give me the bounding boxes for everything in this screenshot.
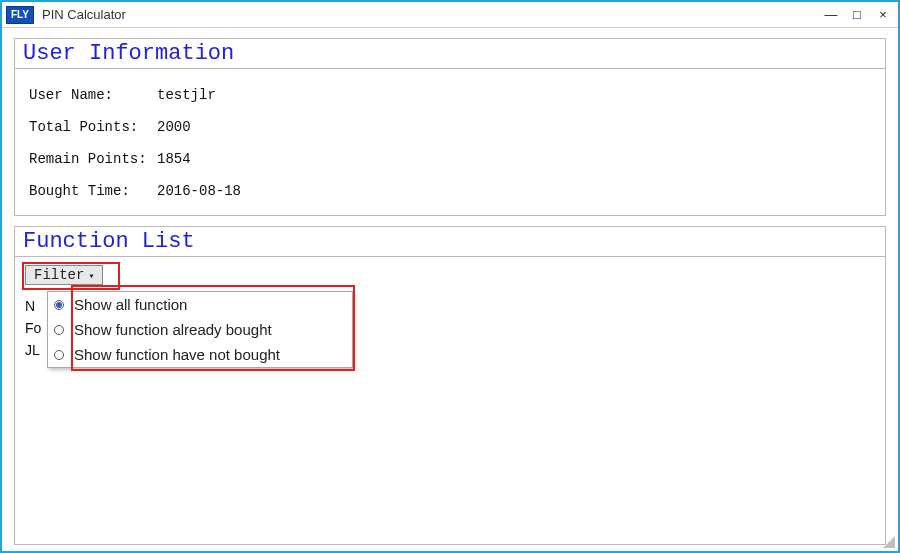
resize-grip-icon[interactable] xyxy=(881,534,895,548)
function-list-header: Function List xyxy=(15,227,885,257)
maximize-button[interactable]: □ xyxy=(846,6,868,24)
filter-button[interactable]: Filter ▾ xyxy=(25,265,103,285)
total-points-row: Total Points: 2000 xyxy=(29,111,871,143)
radio-icon xyxy=(54,325,64,335)
bought-time-label: Bought Time: xyxy=(29,183,157,199)
filter-option-label: Show function have not bought xyxy=(74,346,280,363)
user-name-row: User Name: testjlr xyxy=(29,79,871,111)
filter-button-label: Filter xyxy=(34,267,84,283)
user-information-body: User Name: testjlr Total Points: 2000 Re… xyxy=(15,69,885,215)
filter-option-label: Show all function xyxy=(74,296,187,313)
filter-dropdown: Show all function Show function already … xyxy=(47,291,353,368)
user-information-group: User Information User Name: testjlr Tota… xyxy=(14,38,886,216)
filter-option-label: Show function already bought xyxy=(74,321,272,338)
close-button[interactable]: × xyxy=(872,6,894,24)
window-title: PIN Calculator xyxy=(42,7,816,22)
app-logo-icon: FLY xyxy=(6,6,34,24)
total-points-label: Total Points: xyxy=(29,119,157,135)
app-window: FLY PIN Calculator — □ × User Informatio… xyxy=(0,0,900,553)
remain-points-row: Remain Points: 1854 xyxy=(29,143,871,175)
radio-icon xyxy=(54,350,64,360)
function-list-group: Function List Filter ▾ N Fo JL Show all … xyxy=(14,226,886,545)
client-area: User Information User Name: testjlr Tota… xyxy=(2,28,898,551)
titlebar: FLY PIN Calculator — □ × xyxy=(2,2,898,28)
chevron-down-icon: ▾ xyxy=(88,270,94,282)
minimize-button[interactable]: — xyxy=(820,6,842,24)
remain-points-value: 1854 xyxy=(157,151,191,167)
bought-time-value: 2016-08-18 xyxy=(157,183,241,199)
remain-points-label: Remain Points: xyxy=(29,151,157,167)
filter-option-show-all[interactable]: Show all function xyxy=(48,292,352,317)
filter-option-already-bought[interactable]: Show function already bought xyxy=(48,317,352,342)
filter-option-not-bought[interactable]: Show function have not bought xyxy=(48,342,352,367)
function-list-body: Filter ▾ N Fo JL Show all function xyxy=(15,257,885,457)
bought-time-row: Bought Time: 2016-08-18 xyxy=(29,175,871,207)
radio-icon xyxy=(54,300,64,310)
total-points-value: 2000 xyxy=(157,119,191,135)
user-information-header: User Information xyxy=(15,39,885,69)
user-name-label: User Name: xyxy=(29,87,157,103)
user-name-value: testjlr xyxy=(157,87,216,103)
